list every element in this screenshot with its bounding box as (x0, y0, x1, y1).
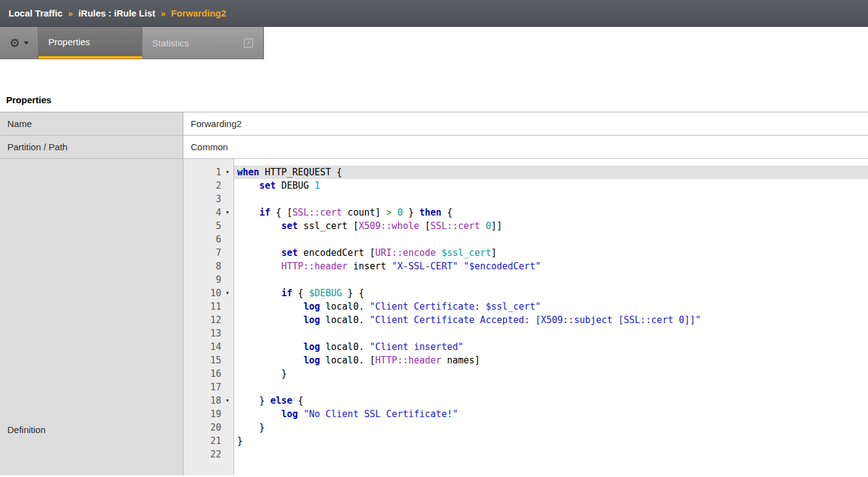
code-line[interactable]: } (234, 367, 868, 381)
line-number: 2 (183, 179, 221, 192)
code-line[interactable] (234, 327, 868, 340)
line-number: 19 (183, 407, 221, 421)
gutter-line: 15 (183, 354, 234, 367)
breadcrumb-section[interactable]: Local Traffic (9, 8, 62, 18)
line-number: 15 (183, 354, 221, 367)
tab-statistics-label: Statistics (152, 38, 189, 48)
code-line[interactable]: set DEBUG 1 (234, 179, 868, 192)
property-row-partition: Partition / Path Common (0, 136, 868, 159)
code-line[interactable]: if { [SSL::cert count] > 0 } then { (234, 206, 868, 219)
line-number: 10 (183, 286, 221, 300)
tab-bar: ⚙ Properties Statistics ↗ (0, 27, 264, 59)
editor-gutter: 1▾234▾5678910▾1112131415161718▾19202122 (183, 159, 234, 475)
line-number: 16 (183, 367, 221, 381)
code-line[interactable] (234, 273, 868, 286)
properties-table: Name Forwarding2 Partition / Path Common… (0, 112, 868, 475)
name-value: Forwarding2 (183, 112, 868, 135)
gutter-line: 11 (183, 300, 234, 313)
code-line[interactable]: log local0. [HTTP::header names] (234, 354, 868, 367)
code-line[interactable]: } (234, 434, 868, 448)
gear-icon: ⚙ (9, 37, 20, 49)
line-number: 9 (183, 273, 221, 286)
line-number: 6 (183, 233, 221, 246)
line-number: 1 (183, 166, 221, 179)
gutter-line: 2 (183, 179, 234, 192)
definition-label: Definition (0, 159, 183, 475)
gutter-line: 20 (183, 421, 234, 434)
breadcrumb: Local Traffic » iRules : iRule List » Fo… (0, 0, 868, 27)
name-label: Name (0, 112, 183, 135)
line-number: 20 (183, 421, 221, 434)
gutter-line: 1▾ (183, 166, 234, 179)
partition-path-label: Partition / Path (0, 136, 183, 158)
page-title: Properties (6, 95, 868, 105)
gutter-line: 17 (183, 381, 234, 394)
code-editor[interactable]: 1▾234▾5678910▾1112131415161718▾19202122 … (183, 159, 868, 475)
fold-arrow-icon[interactable]: ▾ (221, 206, 234, 219)
chevron-down-icon (24, 42, 29, 45)
gutter-line: 16 (183, 367, 234, 381)
line-number: 13 (183, 327, 221, 340)
code-line[interactable]: set encodedCert [URI::encode $ssl_cert] (234, 246, 868, 260)
line-number: 21 (183, 434, 221, 448)
line-number: 18 (183, 394, 221, 407)
code-line[interactable]: log local0. "Client Certificate: $ssl_ce… (234, 300, 868, 313)
line-number: 8 (183, 260, 221, 273)
breadcrumb-path[interactable]: iRules : iRule List (78, 8, 155, 18)
breadcrumb-separator-icon: » (161, 9, 166, 18)
gutter-line: 19 (183, 407, 234, 421)
partition-path-value: Common (183, 136, 868, 158)
fold-arrow-icon[interactable]: ▾ (221, 166, 234, 179)
code-line[interactable]: } else { (234, 394, 868, 407)
line-number: 4 (183, 206, 221, 219)
line-number: 17 (183, 381, 221, 394)
gutter-line: 3 (183, 192, 234, 206)
fold-arrow-icon[interactable]: ▾ (221, 286, 234, 300)
external-link-icon: ↗ (244, 38, 253, 48)
gutter-line: 6 (183, 233, 234, 246)
code-line[interactable]: HTTP::header insert "X-SSL-CERT" "$encod… (234, 260, 868, 273)
line-number: 7 (183, 246, 221, 260)
gutter-line: 12 (183, 313, 234, 327)
line-number: 14 (183, 340, 221, 354)
line-number: 5 (183, 219, 221, 233)
code-line[interactable] (234, 233, 868, 246)
line-number: 12 (183, 313, 221, 327)
code-line[interactable] (234, 448, 868, 461)
gutter-line: 9 (183, 273, 234, 286)
editor-code[interactable]: when HTTP_REQUEST { set DEBUG 1 if { [SS… (234, 159, 868, 475)
gutter-line: 14 (183, 340, 234, 354)
code-line[interactable]: log local0. "Client inserted" (234, 340, 868, 354)
gutter-line: 13 (183, 327, 234, 340)
code-line[interactable]: if { $DEBUG } { (234, 286, 868, 300)
line-number: 3 (183, 192, 221, 206)
fold-arrow-icon[interactable]: ▾ (221, 394, 234, 407)
code-line[interactable]: set ssl_cert [X509::whole [SSL::cert 0]] (234, 219, 868, 233)
gutter-line: 10▾ (183, 286, 234, 300)
code-line[interactable]: log local0. "Client Certificate Accepted… (234, 313, 868, 327)
gutter-line: 4▾ (183, 206, 234, 219)
gutter-line: 21 (183, 434, 234, 448)
property-row-name: Name Forwarding2 (0, 112, 868, 136)
settings-menu-button[interactable]: ⚙ (0, 27, 39, 59)
code-line[interactable]: } (234, 421, 868, 434)
line-number: 22 (183, 448, 221, 461)
gutter-line: 7 (183, 246, 234, 260)
breadcrumb-separator-icon: » (68, 9, 73, 18)
code-line[interactable] (234, 192, 868, 206)
tab-properties[interactable]: Properties (39, 27, 142, 59)
gutter-line: 5 (183, 219, 234, 233)
property-row-definition: Definition 1▾234▾5678910▾111213141516171… (0, 159, 868, 475)
tab-statistics[interactable]: Statistics ↗ (142, 27, 263, 59)
code-line[interactable]: when HTTP_REQUEST { (234, 166, 868, 179)
gutter-line: 18▾ (183, 394, 234, 407)
line-number: 11 (183, 300, 221, 313)
gutter-line: 8 (183, 260, 234, 273)
code-line[interactable] (234, 381, 868, 394)
gutter-line: 22 (183, 448, 234, 461)
code-line[interactable]: log "No Client SSL Certificate!" (234, 407, 868, 421)
tab-properties-label: Properties (48, 37, 90, 47)
breadcrumb-current: Forwarding2 (171, 8, 226, 18)
